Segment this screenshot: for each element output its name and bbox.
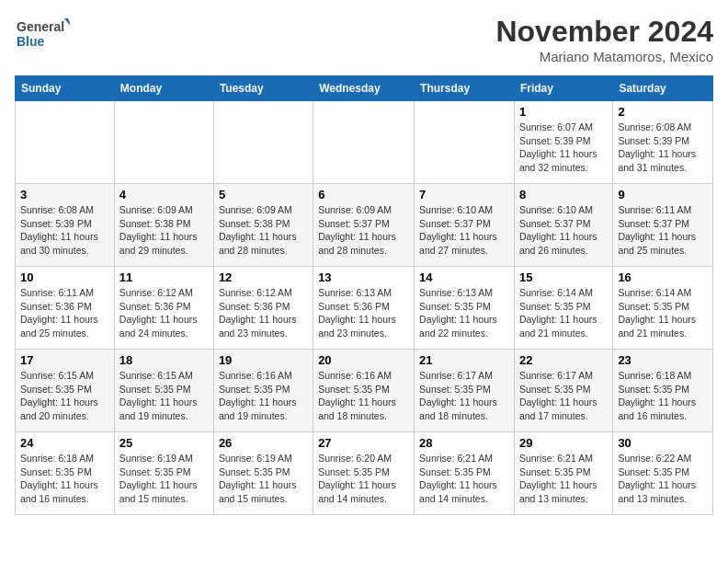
day-number: 13 (318, 270, 409, 284)
day-number: 12 (219, 270, 308, 284)
calendar-cell: 11Sunrise: 6:12 AMSunset: 5:36 PMDayligh… (114, 267, 213, 350)
day-info: Sunrise: 6:09 AMSunset: 5:37 PMDaylight:… (318, 203, 409, 258)
calendar-cell: 9Sunrise: 6:11 AMSunset: 5:37 PMDaylight… (613, 184, 713, 267)
logo: General Blue (15, 15, 70, 52)
calendar-cell: 18Sunrise: 6:15 AMSunset: 5:35 PMDayligh… (114, 350, 213, 432)
day-number: 19 (219, 353, 308, 367)
calendar-week-5: 24Sunrise: 6:18 AMSunset: 5:35 PMDayligh… (16, 432, 713, 515)
calendar-cell: 14Sunrise: 6:13 AMSunset: 5:35 PMDayligh… (415, 267, 515, 350)
day-info: Sunrise: 6:07 AMSunset: 5:39 PMDaylight:… (519, 121, 608, 175)
calendar-week-3: 10Sunrise: 6:11 AMSunset: 5:36 PMDayligh… (16, 267, 713, 350)
day-number: 18 (119, 353, 209, 367)
calendar-cell: 27Sunrise: 6:20 AMSunset: 5:35 PMDayligh… (313, 432, 415, 515)
day-info: Sunrise: 6:19 AMSunset: 5:35 PMDaylight:… (219, 452, 308, 506)
weekday-header-wednesday: Wednesday (313, 76, 415, 101)
calendar-cell: 26Sunrise: 6:19 AMSunset: 5:35 PMDayligh… (213, 432, 313, 515)
weekday-header-friday: Friday (514, 76, 612, 101)
day-number: 8 (519, 188, 608, 201)
title-block: November 2024 Mariano Matamoros, Mexico (495, 15, 713, 64)
page-header: General Blue November 2024 Mariano Matam… (15, 15, 713, 64)
calendar-cell: 5Sunrise: 6:09 AMSunset: 5:38 PMDaylight… (213, 184, 313, 267)
calendar-cell (114, 101, 213, 184)
calendar-cell: 20Sunrise: 6:16 AMSunset: 5:35 PMDayligh… (313, 350, 415, 432)
calendar-cell: 30Sunrise: 6:22 AMSunset: 5:35 PMDayligh… (613, 432, 713, 515)
day-info: Sunrise: 6:19 AMSunset: 5:35 PMDaylight:… (119, 452, 209, 506)
calendar-cell: 7Sunrise: 6:10 AMSunset: 5:37 PMDaylight… (415, 184, 515, 267)
calendar-cell: 15Sunrise: 6:14 AMSunset: 5:35 PMDayligh… (514, 267, 612, 350)
day-info: Sunrise: 6:08 AMSunset: 5:39 PMDaylight:… (618, 121, 708, 175)
svg-text:General: General (17, 19, 64, 34)
calendar-header: SundayMondayTuesdayWednesdayThursdayFrid… (16, 76, 713, 101)
weekday-header-thursday: Thursday (415, 76, 515, 101)
calendar-cell: 16Sunrise: 6:14 AMSunset: 5:35 PMDayligh… (613, 267, 713, 350)
day-number: 24 (20, 436, 109, 450)
day-number: 5 (219, 188, 308, 201)
day-info: Sunrise: 6:21 AMSunset: 5:35 PMDaylight:… (419, 452, 509, 506)
calendar-cell: 23Sunrise: 6:18 AMSunset: 5:35 PMDayligh… (613, 350, 713, 432)
day-info: Sunrise: 6:12 AMSunset: 5:36 PMDaylight:… (119, 286, 209, 340)
day-info: Sunrise: 6:15 AMSunset: 5:35 PMDaylight:… (119, 369, 209, 423)
calendar-cell: 25Sunrise: 6:19 AMSunset: 5:35 PMDayligh… (114, 432, 213, 515)
weekday-header-saturday: Saturday (613, 76, 713, 101)
day-number: 27 (318, 436, 409, 450)
day-info: Sunrise: 6:10 AMSunset: 5:37 PMDaylight:… (419, 203, 509, 258)
day-info: Sunrise: 6:10 AMSunset: 5:37 PMDaylight:… (519, 203, 608, 258)
day-number: 20 (318, 353, 409, 367)
day-number: 3 (20, 188, 109, 201)
day-info: Sunrise: 6:22 AMSunset: 5:35 PMDaylight:… (618, 452, 708, 506)
logo-svg: General Blue (15, 15, 70, 52)
day-info: Sunrise: 6:08 AMSunset: 5:39 PMDaylight:… (20, 203, 109, 258)
day-number: 15 (519, 270, 608, 284)
day-number: 29 (519, 436, 608, 450)
calendar-cell: 12Sunrise: 6:12 AMSunset: 5:36 PMDayligh… (213, 267, 313, 350)
weekday-header-sunday: Sunday (16, 76, 115, 101)
day-info: Sunrise: 6:17 AMSunset: 5:35 PMDaylight:… (519, 369, 608, 423)
calendar-week-4: 17Sunrise: 6:15 AMSunset: 5:35 PMDayligh… (16, 350, 713, 432)
calendar-week-2: 3Sunrise: 6:08 AMSunset: 5:39 PMDaylight… (16, 184, 713, 267)
calendar-cell (415, 101, 515, 184)
calendar-cell: 17Sunrise: 6:15 AMSunset: 5:35 PMDayligh… (16, 350, 115, 432)
calendar-cell: 1Sunrise: 6:07 AMSunset: 5:39 PMDaylight… (514, 101, 612, 184)
month-title: November 2024 (495, 15, 713, 49)
location: Mariano Matamoros, Mexico (495, 49, 713, 64)
day-info: Sunrise: 6:11 AMSunset: 5:36 PMDaylight:… (20, 286, 109, 340)
calendar-cell: 8Sunrise: 6:10 AMSunset: 5:37 PMDaylight… (514, 184, 612, 267)
day-info: Sunrise: 6:12 AMSunset: 5:36 PMDaylight:… (219, 286, 308, 340)
day-info: Sunrise: 6:09 AMSunset: 5:38 PMDaylight:… (119, 203, 209, 258)
calendar-cell: 19Sunrise: 6:16 AMSunset: 5:35 PMDayligh… (213, 350, 313, 432)
calendar-cell: 21Sunrise: 6:17 AMSunset: 5:35 PMDayligh… (415, 350, 515, 432)
day-info: Sunrise: 6:16 AMSunset: 5:35 PMDaylight:… (318, 369, 409, 423)
day-info: Sunrise: 6:13 AMSunset: 5:36 PMDaylight:… (318, 286, 409, 340)
day-info: Sunrise: 6:14 AMSunset: 5:35 PMDaylight:… (519, 286, 608, 340)
calendar-cell: 6Sunrise: 6:09 AMSunset: 5:37 PMDaylight… (313, 184, 415, 267)
day-number: 10 (20, 270, 109, 284)
weekday-header-monday: Monday (114, 76, 213, 101)
svg-text:Blue: Blue (17, 34, 45, 49)
calendar-cell: 2Sunrise: 6:08 AMSunset: 5:39 PMDaylight… (613, 101, 713, 184)
calendar-cell: 4Sunrise: 6:09 AMSunset: 5:38 PMDaylight… (114, 184, 213, 267)
day-info: Sunrise: 6:16 AMSunset: 5:35 PMDaylight:… (219, 369, 308, 423)
day-number: 7 (419, 188, 509, 201)
day-number: 4 (119, 188, 209, 201)
day-number: 2 (618, 105, 708, 119)
calendar-cell (213, 101, 313, 184)
svg-marker-2 (64, 18, 70, 28)
day-info: Sunrise: 6:09 AMSunset: 5:38 PMDaylight:… (219, 203, 308, 258)
day-number: 21 (419, 353, 509, 367)
day-info: Sunrise: 6:14 AMSunset: 5:35 PMDaylight:… (618, 286, 708, 340)
day-number: 11 (119, 270, 209, 284)
day-number: 1 (519, 105, 608, 119)
day-number: 17 (20, 353, 109, 367)
day-info: Sunrise: 6:18 AMSunset: 5:35 PMDaylight:… (618, 369, 708, 423)
day-number: 6 (318, 188, 409, 201)
calendar-cell: 13Sunrise: 6:13 AMSunset: 5:36 PMDayligh… (313, 267, 415, 350)
weekday-header-tuesday: Tuesday (213, 76, 313, 101)
day-info: Sunrise: 6:21 AMSunset: 5:35 PMDaylight:… (519, 452, 608, 506)
calendar-cell: 10Sunrise: 6:11 AMSunset: 5:36 PMDayligh… (16, 267, 115, 350)
day-info: Sunrise: 6:15 AMSunset: 5:35 PMDaylight:… (20, 369, 109, 423)
day-info: Sunrise: 6:17 AMSunset: 5:35 PMDaylight:… (419, 369, 509, 423)
calendar-table: SundayMondayTuesdayWednesdayThursdayFrid… (15, 75, 713, 515)
day-info: Sunrise: 6:11 AMSunset: 5:37 PMDaylight:… (618, 203, 708, 258)
day-number: 28 (419, 436, 509, 450)
day-number: 9 (618, 188, 708, 201)
